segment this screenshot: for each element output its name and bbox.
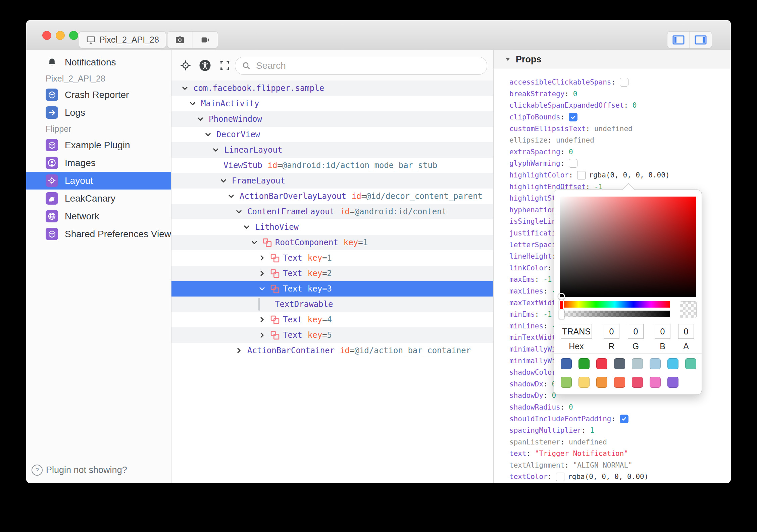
color-swatch[interactable]	[667, 377, 678, 388]
device-selector-button[interactable]: Pixel_2_API_28	[79, 31, 166, 48]
tree-node-MainActivity[interactable]: MainActivity	[171, 96, 493, 111]
red-input[interactable]	[604, 324, 619, 339]
chevron-down-icon[interactable]	[258, 285, 266, 292]
color-swatch[interactable]	[685, 358, 696, 369]
chevron-down-icon[interactable]	[243, 223, 250, 231]
chevron-right-icon[interactable]	[235, 347, 243, 354]
chevron-down-icon[interactable]	[212, 146, 219, 154]
screen-record-button[interactable]	[193, 32, 218, 48]
tree-node-RootComponent[interactable]: RootComponentkey=1	[171, 235, 493, 250]
color-swatch[interactable]	[650, 358, 661, 369]
tree-node-FrameLayout[interactable]: FrameLayout	[171, 173, 493, 189]
color-swatch[interactable]	[614, 358, 625, 369]
hue-slider-handle[interactable]	[559, 300, 564, 310]
tree-node-TextDrawable[interactable]: TextDrawable	[171, 297, 493, 312]
color-swatch[interactable]	[614, 377, 625, 388]
sidebar-item-crash-reporter[interactable]: Crash Reporter	[26, 86, 171, 104]
prop-checkbox[interactable]	[620, 415, 628, 423]
tree-node-Text[interactable]: Textkey=1	[171, 250, 493, 266]
search-input[interactable]	[255, 60, 484, 71]
tree-node-DecorView[interactable]: DecorView	[171, 127, 493, 142]
zoom-button[interactable]	[69, 31, 78, 40]
chevron-down-icon[interactable]	[235, 208, 243, 215]
expand-selection-button[interactable]	[218, 59, 231, 72]
chevron-down-icon[interactable]	[197, 115, 204, 123]
tree-node-ActionBarOverlayLayout[interactable]: ActionBarOverlayLayoutid=@id/decor_conte…	[171, 189, 493, 204]
chevron-right-icon[interactable]	[258, 331, 266, 339]
color-swatch[interactable]	[596, 377, 607, 388]
tree-node-LithoView[interactable]: LithoView	[171, 219, 493, 235]
saturation-picker-handle[interactable]	[558, 293, 565, 300]
tree-node-Text[interactable]: Textkey=3	[171, 281, 493, 297]
toggle-right-sidebar-button[interactable]	[690, 32, 712, 48]
target-mode-button[interactable]	[180, 59, 192, 71]
color-swatch[interactable]	[632, 377, 643, 388]
chevron-down-icon[interactable]	[251, 239, 258, 246]
chevron-down-icon[interactable]	[228, 193, 235, 200]
tree-node-PhoneWindow[interactable]: PhoneWindow	[171, 111, 493, 127]
prop-checkbox[interactable]	[569, 159, 577, 168]
hue-slider[interactable]	[560, 301, 670, 308]
color-chip[interactable]	[577, 171, 586, 179]
sidebar-item-logs[interactable]: Logs	[26, 104, 171, 121]
tree-node-attribute: id=@id/decor_content_parent	[352, 192, 483, 201]
chevron-right-icon[interactable]	[258, 270, 266, 277]
tree-node-Text[interactable]: Textkey=5	[171, 327, 493, 343]
color-swatch[interactable]	[561, 377, 572, 388]
video-camera-icon	[200, 35, 211, 45]
minimize-button[interactable]	[56, 31, 65, 40]
chevron-down-icon[interactable]	[220, 177, 227, 184]
toggle-left-sidebar-button[interactable]	[667, 32, 690, 48]
color-swatch[interactable]	[667, 358, 678, 369]
tree-node-Text[interactable]: Textkey=4	[171, 312, 493, 327]
sidebar-item-shared-preferences[interactable]: Shared Preferences Viewer	[26, 225, 171, 243]
sidebar-item-network[interactable]: Network	[26, 207, 171, 225]
props-section-header[interactable]: Props	[494, 50, 731, 69]
sidebar-item-example-plugin[interactable]: Example Plugin	[26, 136, 171, 154]
color-swatch[interactable]	[561, 358, 572, 369]
saturation-value-area[interactable]	[560, 197, 696, 297]
color-picker-popup: Hex R G B A	[554, 190, 702, 395]
green-input[interactable]	[628, 324, 644, 339]
sidebar-item-label: Layout	[65, 175, 93, 186]
close-button[interactable]	[42, 31, 51, 40]
tree-node-com.facebook.flipper.sample[interactable]: com.facebook.flipper.sample	[171, 81, 493, 96]
alpha-slider[interactable]	[560, 311, 670, 317]
tree-node-LinearLayout[interactable]: LinearLayout	[171, 142, 493, 158]
color-swatch[interactable]	[596, 358, 607, 369]
color-swatch[interactable]	[578, 358, 590, 369]
color-swatch[interactable]	[650, 377, 661, 388]
plugin-help-link[interactable]: ? Plugin not showing?	[32, 465, 127, 476]
blue-input[interactable]	[655, 324, 670, 339]
prop-checkbox[interactable]	[569, 113, 577, 121]
prop-colon: :	[560, 403, 569, 411]
color-chip[interactable]	[556, 473, 564, 481]
chevron-right-icon[interactable]	[258, 316, 266, 323]
prop-colon: :	[564, 90, 573, 98]
prop-checkbox[interactable]	[620, 78, 628, 87]
tree-node-ActionBarContainer[interactable]: ActionBarContainerid=@id/action_bar_cont…	[171, 343, 493, 358]
tree-node-Text[interactable]: Textkey=2	[171, 266, 493, 281]
sidebar-item-leakcanary[interactable]: LeakCanary	[26, 190, 171, 207]
color-swatch[interactable]	[578, 377, 590, 388]
prop-key: textAlignment	[509, 461, 564, 469]
chevron-down-icon[interactable]	[204, 131, 212, 138]
sidebar-item-notifications[interactable]: Notifications	[26, 53, 171, 71]
alpha-slider-handle[interactable]	[559, 310, 564, 319]
tree-node-ViewStub[interactable]: ViewStubid=@android:id/action_mode_bar_s…	[171, 158, 493, 173]
color-swatch[interactable]	[632, 358, 643, 369]
hex-input[interactable]	[561, 324, 592, 339]
chevron-down-icon[interactable]	[189, 100, 196, 107]
tree-node-ContentFrameLayout[interactable]: ContentFrameLayoutid=@android:id/content	[171, 204, 493, 219]
sidebar-item-layout[interactable]: Layout	[26, 172, 171, 190]
tree-node-attribute: id=@id/action_bar_container	[340, 346, 471, 355]
chevron-down-icon[interactable]	[181, 85, 189, 92]
screenshot-button[interactable]	[167, 32, 193, 48]
alpha-input[interactable]	[678, 324, 694, 339]
litho-component-icon	[270, 269, 280, 278]
attribute-key: key	[308, 253, 322, 263]
accessibility-mode-button[interactable]	[199, 59, 211, 71]
chevron-right-icon[interactable]	[258, 254, 266, 262]
sidebar-item-images[interactable]: Images	[26, 154, 171, 172]
tree-node-name: ContentFrameLayout	[247, 207, 335, 216]
